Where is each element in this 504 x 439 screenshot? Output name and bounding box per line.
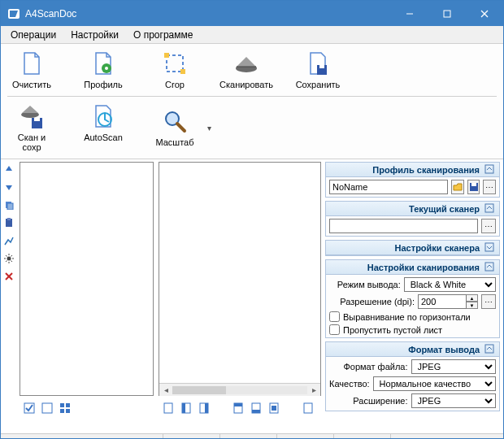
expand-icon[interactable] [484, 242, 496, 254]
scroll-thumb[interactable] [172, 386, 226, 394]
zoom-dropdown-caret[interactable]: ▾ [204, 124, 214, 133]
svg-rect-8 [164, 53, 169, 58]
profile-button[interactable]: Профиль [79, 49, 128, 91]
svg-line-30 [6, 261, 7, 263]
clipboard-icon[interactable] [2, 216, 15, 229]
close-button[interactable] [466, 1, 503, 26]
group-header-scan-settings[interactable]: Настройки сканирования [326, 260, 499, 275]
minimize-button[interactable] [391, 1, 428, 26]
menu-operations[interactable]: Операции [4, 28, 63, 42]
skip-blank-input[interactable] [329, 324, 340, 335]
svg-rect-9 [180, 69, 185, 74]
quality-label: Качество: [329, 379, 370, 389]
svg-line-28 [6, 255, 7, 257]
align-horizontal-checkbox[interactable]: Выравнивание по горизонтали [329, 311, 496, 322]
quality-select[interactable]: Нормальное качество [373, 376, 496, 391]
save-profile-button[interactable] [467, 180, 480, 194]
open-profile-button[interactable] [451, 180, 464, 194]
brightness-icon[interactable] [2, 252, 15, 265]
file-format-select[interactable]: JPEG [411, 359, 497, 374]
align-horizontal-input[interactable] [329, 311, 340, 322]
scan-button[interactable]: Сканировать [222, 49, 271, 91]
zoom-label: Масштаб [155, 137, 193, 147]
svg-rect-37 [66, 403, 70, 407]
side-icon-strip [1, 159, 17, 433]
svg-rect-48 [252, 410, 260, 413]
group-header-output-format[interactable]: Формат вывода [326, 342, 499, 357]
dpi-spinner[interactable]: ▲▼ [418, 294, 478, 309]
page-gear-icon [90, 50, 116, 76]
scanner-name-input[interactable] [329, 219, 478, 233]
page-outline-icon[interactable] [302, 402, 315, 415]
page-right-icon[interactable] [198, 402, 211, 415]
scroll-track[interactable] [172, 386, 307, 394]
scanner-save-icon [19, 103, 45, 129]
collapse-icon[interactable] [484, 344, 496, 355]
scroll-right-icon[interactable]: ▸ [307, 385, 320, 394]
svg-rect-52 [485, 165, 493, 173]
svg-point-23 [7, 257, 11, 261]
status-bar [1, 433, 503, 439]
svg-point-6 [105, 67, 108, 70]
view-grid-icon[interactable] [59, 402, 72, 415]
clear-button[interactable]: Очистить [7, 49, 56, 91]
group-header-scan-profile[interactable]: Профиль сканирования [326, 163, 499, 177]
dpi-down[interactable]: ▼ [467, 302, 478, 309]
dpi-more-button[interactable]: ⋯ [481, 294, 496, 309]
scanner-more-button[interactable]: ⋯ [481, 219, 496, 233]
scroll-left-icon[interactable]: ◂ [159, 385, 172, 394]
page-bottom-icon[interactable] [250, 402, 263, 415]
collapse-icon[interactable] [484, 203, 496, 215]
save-button[interactable]: Сохранить [293, 49, 342, 91]
group-output-format: Формат вывода Формат файла: JPEG Качеств… [325, 341, 500, 411]
crop-button[interactable]: Crop [150, 49, 199, 91]
svg-rect-35 [42, 403, 52, 413]
output-mode-select[interactable]: Black & White [404, 277, 496, 292]
svg-rect-44 [205, 403, 208, 413]
profile-name-input[interactable] [329, 180, 448, 194]
page-center-icon[interactable] [267, 402, 280, 415]
preview-hscrollbar[interactable]: ◂ ▸ [159, 383, 320, 396]
group-header-current-scanner[interactable]: Текущий сканер [326, 202, 499, 216]
status-cell-3 [220, 434, 277, 439]
thumbnail-panel[interactable] [20, 162, 154, 396]
svg-rect-46 [234, 403, 242, 406]
page-auto-icon [90, 103, 116, 129]
maximize-button[interactable] [428, 1, 466, 26]
svg-line-29 [11, 261, 13, 263]
zoom-button[interactable]: Масштаб [150, 106, 199, 149]
view-single-icon[interactable] [41, 402, 54, 415]
checkbox-icon[interactable] [23, 402, 36, 415]
dpi-label: Разрешение (dpi): [329, 297, 415, 306]
profile-more-button[interactable]: ⋯ [483, 180, 496, 194]
svg-rect-2 [444, 11, 450, 17]
menu-settings[interactable]: Настройки [64, 28, 125, 42]
page-full-icon[interactable] [162, 402, 175, 415]
page-top-icon[interactable] [232, 402, 245, 415]
dpi-input[interactable] [418, 294, 467, 309]
skip-blank-checkbox[interactable]: Пропустить пустой лист [329, 324, 496, 335]
arrow-up-icon[interactable] [2, 163, 15, 176]
preview-panel[interactable]: ◂ ▸ [159, 162, 321, 396]
delete-icon[interactable] [2, 270, 15, 283]
svg-rect-40 [164, 403, 172, 413]
svg-rect-55 [485, 204, 493, 212]
menu-about[interactable]: О программе [127, 28, 199, 42]
svg-rect-12 [319, 65, 324, 68]
svg-rect-36 [60, 403, 64, 407]
save-label: Сохранить [296, 80, 341, 89]
extension-label: Расширение: [329, 396, 408, 406]
levels-icon[interactable] [2, 234, 15, 247]
autoscan-label: AutoScan [84, 133, 123, 142]
page-blank-icon [19, 50, 45, 76]
collapse-icon[interactable] [484, 262, 496, 273]
copy-icon[interactable] [2, 198, 15, 211]
arrow-down-icon[interactable] [2, 180, 15, 193]
page-left-icon[interactable] [180, 402, 193, 415]
collapse-icon[interactable] [484, 164, 496, 176]
autoscan-button[interactable]: AutoScan [79, 102, 128, 154]
group-header-scanner-settings[interactable]: Настройки сканера [326, 241, 499, 255]
extension-select[interactable]: JPEG [411, 393, 497, 408]
dpi-up[interactable]: ▲ [467, 294, 478, 302]
scan-and-save-button[interactable]: Скан и сохр [7, 102, 56, 154]
